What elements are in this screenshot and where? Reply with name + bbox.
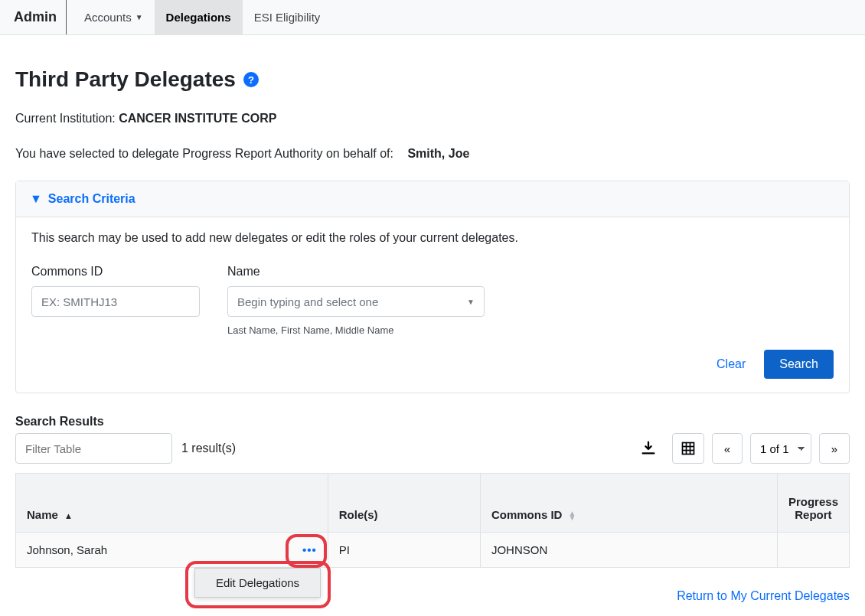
sort-icon: ▲▼ <box>569 511 576 520</box>
commons-id-input[interactable] <box>31 286 200 317</box>
cell-name: Johnson, Sarah <box>27 543 107 556</box>
col-name[interactable]: Name ▲ <box>16 474 328 533</box>
cell-progress-report <box>777 533 849 568</box>
col-commons-id[interactable]: Commons ID ▲▼ <box>480 474 777 533</box>
delegate-person: Smith, Joe <box>407 147 469 160</box>
commons-id-label: Commons ID <box>31 265 200 279</box>
results-toolbar: 1 result(s) « 1 of 1 » <box>15 433 850 464</box>
page-select[interactable]: 1 of 1 <box>750 433 811 464</box>
nav-delegations[interactable]: Delegations <box>155 0 243 34</box>
result-count: 1 result(s) <box>181 442 236 455</box>
search-criteria-panel: ▼ Search Criteria This search may be use… <box>15 181 850 393</box>
name-hint: Last Name, First Name, Middle Name <box>227 324 485 336</box>
page-prev-button[interactable]: « <box>712 433 743 464</box>
caret-down-icon: ▼ <box>135 13 143 21</box>
search-button[interactable]: Search <box>764 350 834 379</box>
caret-down-icon: ▼ <box>30 192 42 206</box>
download-icon[interactable] <box>632 433 664 464</box>
col-name-label: Name <box>27 508 58 521</box>
help-icon[interactable]: ? <box>243 72 259 87</box>
name-label: Name <box>227 265 485 279</box>
row-actions-menu: Edit Delegations <box>194 568 321 598</box>
row-actions-ellipsis-icon[interactable]: ••• <box>302 543 317 556</box>
clear-button[interactable]: Clear <box>716 357 746 371</box>
page-title: Third Party Delegates ? <box>15 67 850 92</box>
col-commons-id-label: Commons ID <box>491 508 563 521</box>
delegate-line: You have selected to delegate Progress R… <box>15 147 850 161</box>
brand-admin[interactable]: Admin <box>14 0 67 34</box>
table-row: Johnson, Sarah ••• PI JOHNSON <box>16 533 850 568</box>
results-table: Name ▲ Role(s) Commons ID ▲▼ Progress Re… <box>15 473 850 568</box>
page-next-button[interactable]: » <box>819 433 850 464</box>
cell-roles: PI <box>328 533 480 568</box>
institution-line: Current Institution: CANCER INSTITUTE CO… <box>15 112 850 125</box>
institution-label: Current Institution: <box>15 112 116 125</box>
sort-asc-icon: ▲ <box>64 511 73 520</box>
top-nav: Admin Accounts ▼ Delegations ESI Eligibi… <box>0 0 865 35</box>
col-progress-report[interactable]: Progress Report <box>777 474 849 533</box>
nav-accounts[interactable]: Accounts ▼ <box>73 0 155 34</box>
svg-rect-0 <box>683 443 694 455</box>
chevron-down-icon: ▼ <box>467 298 475 306</box>
return-link[interactable]: Return to My Current Delegates <box>677 589 850 602</box>
nav-accounts-label: Accounts <box>84 11 132 24</box>
nav-delegations-label: Delegations <box>166 11 231 24</box>
col-roles-label: Role(s) <box>339 508 378 521</box>
search-criteria-label: Search Criteria <box>48 192 135 206</box>
col-roles[interactable]: Role(s) <box>328 474 480 533</box>
search-criteria-toggle[interactable]: ▼ Search Criteria <box>16 181 849 217</box>
institution-value: CANCER INSTITUTE CORP <box>119 112 276 125</box>
col-progress-report-label: Progress Report <box>788 495 838 521</box>
edit-delegations-item[interactable]: Edit Delegations <box>195 569 320 597</box>
delegate-sentence: You have selected to delegate Progress R… <box>15 147 393 160</box>
nav-esi-eligibility[interactable]: ESI Eligibility <box>243 0 332 34</box>
search-instruction: This search may be used to add new deleg… <box>31 231 834 245</box>
grid-view-icon[interactable] <box>672 433 704 464</box>
name-select-placeholder: Begin typing and select one <box>237 295 378 308</box>
nav-esi-label: ESI Eligibility <box>254 11 321 24</box>
page-title-text: Third Party Delegates <box>15 67 236 92</box>
results-header: Search Results <box>15 415 850 429</box>
cell-commons-id: JOHNSON <box>480 533 777 568</box>
name-select[interactable]: Begin typing and select one ▼ <box>227 286 485 317</box>
filter-table-input[interactable] <box>15 433 172 464</box>
